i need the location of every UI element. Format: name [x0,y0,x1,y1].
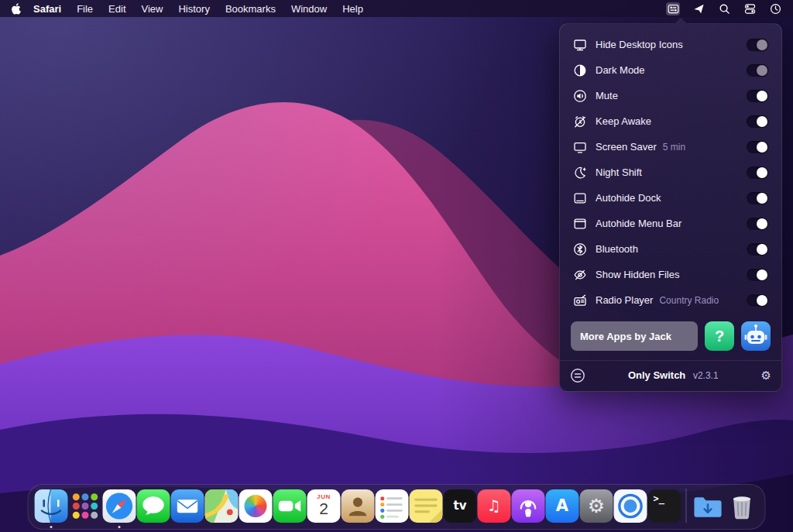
toggle-knob [757,269,767,280]
status-icon-area [666,2,782,15]
switch-label-keep-awake: Keep Awake [596,115,651,127]
apple-menu[interactable] [11,3,21,15]
switch-row-dark-mode: Dark Mode [560,57,781,83]
switch-row-keep-awake: Keep Awake [560,108,781,134]
footer-title: Only Switch v2.3.1 [585,369,761,381]
switch-row-bluetooth: Bluetooth [560,236,781,262]
eye-slash-icon [572,267,587,282]
dock-icon-facetime[interactable] [273,489,307,523]
dock-icon-reminders[interactable] [376,489,409,523]
footer-app-name: Only Switch [628,369,685,381]
screen-saver-icon [572,139,587,154]
menu-items: FileEditViewHistoryBookmarksWindowHelp [61,3,363,15]
dock-icon-blue-orb-app[interactable] [614,489,647,523]
dock-icon-contacts[interactable] [342,489,375,523]
toggle-mute[interactable] [746,89,769,103]
switch-row-radio-player: Radio PlayerCountry Radio [560,287,781,313]
dock-icon-launchpad[interactable] [69,489,102,523]
robot-app-icon[interactable] [741,321,771,351]
dock-icon-podcasts[interactable] [512,489,545,523]
robot-icon [741,321,771,351]
switch-list: Hide Desktop IconsDark ModeMuteKeep Awak… [560,32,781,313]
switch-label-autohide-menu-bar: Autohide Menu Bar [596,218,681,229]
menu-window[interactable]: Window [291,3,327,15]
paper-plane-icon[interactable] [692,2,705,15]
toggle-knob [757,116,767,127]
dock-icon-terminal[interactable]: >_ [648,489,681,523]
clock-icon[interactable] [768,2,782,15]
toggle-knob [757,39,767,50]
toggle-knob [757,244,767,255]
panel-footer: Only Switch v2.3.1 ⚙ [560,360,781,390]
dock-icon-settings[interactable]: ⚙ [580,489,613,523]
menu-bookmarks[interactable]: Bookmarks [225,3,276,15]
toggle-radio-player[interactable] [746,293,769,307]
switch-label-dark-mode: Dark Mode [596,64,645,76]
autohide-dock-icon [572,190,587,205]
control-center-icon[interactable] [743,2,757,15]
toggle-autohide-dock[interactable] [746,191,769,205]
dock-icon-maps[interactable] [205,489,239,523]
toggle-autohide-menu-bar[interactable] [746,217,769,231]
menu-view[interactable]: View [142,3,163,15]
dock-icon-trash[interactable] [726,489,759,523]
autohide-menu-bar-icon [572,216,587,231]
toggle-show-hidden-files[interactable] [746,268,769,282]
switch-label-radio-player: Radio Player [596,294,653,306]
switch-label-night-shift: Night Shift [596,166,642,178]
dock-icon-photos[interactable] [239,489,273,523]
switch-row-screen-saver: Screen Saver5 min [560,134,781,160]
apple-icon [11,3,21,15]
keep-awake-icon [572,114,587,129]
toggle-knob [757,218,767,229]
only-switch-icon[interactable] [666,2,680,15]
mute-icon [572,88,587,103]
dock-icon-mail[interactable] [171,489,204,523]
toggle-keep-awake[interactable] [746,115,769,129]
dock-icon-appstore[interactable]: A [546,489,579,523]
question-app-icon[interactable]: ? [705,321,734,351]
dock-icon-messages[interactable] [137,489,170,523]
calendar-day: 2 [319,500,328,517]
night-shift-icon [572,165,587,180]
toggle-knob [757,65,767,76]
switch-label-mute: Mute [596,90,618,101]
only-switch-panel: Hide Desktop IconsDark ModeMuteKeep Awak… [559,23,782,392]
switch-label-hide-desktop-icons: Hide Desktop Icons [596,39,683,50]
toggle-screen-saver[interactable] [746,140,769,154]
dock-icon-appletv[interactable]: tv [444,489,477,523]
menu-circle-icon[interactable] [570,368,585,383]
search-icon[interactable] [717,2,731,15]
switch-row-night-shift: Night Shift [560,160,781,185]
switch-row-hide-desktop-icons: Hide Desktop Icons [560,32,781,57]
toggle-night-shift[interactable] [746,166,769,180]
toggle-hide-desktop-icons[interactable] [746,38,769,52]
toggle-bluetooth[interactable] [746,242,769,256]
dark-mode-icon [572,63,587,77]
bluetooth-icon [572,242,587,256]
toggle-dark-mode[interactable] [746,63,769,77]
footer-version: v2.3.1 [693,370,719,381]
dock-icon-stickies[interactable] [410,489,443,523]
settings-gear-icon[interactable]: ⚙ [761,369,771,383]
dock-separator [686,489,687,523]
dock-icon-music[interactable]: ♫ [478,489,511,523]
switch-detail-screen-saver: 5 min [663,142,685,153]
display-icon [572,37,587,52]
switch-label-autohide-dock: Autohide Dock [596,192,661,204]
toggle-knob [757,167,767,178]
menu-help[interactable]: Help [342,3,363,15]
menu-history[interactable]: History [178,3,209,15]
dock-icon-safari[interactable] [103,489,136,523]
dock-icon-finder[interactable] [35,489,68,523]
dock-icon-downloads[interactable] [692,489,725,523]
switch-row-mute: Mute [560,83,781,108]
dock-icon-calendar[interactable]: JUN2 [307,489,341,523]
menu-edit[interactable]: Edit [108,3,125,15]
more-apps-button[interactable]: More Apps by Jack [571,321,698,351]
dock: JUN2tv♫A⚙>_ [28,484,766,530]
switch-row-show-hidden-files: Show Hidden Files [560,262,781,287]
active-app-name[interactable]: Safari [33,3,61,15]
toggle-knob [757,91,767,101]
menu-file[interactable]: File [77,3,93,15]
